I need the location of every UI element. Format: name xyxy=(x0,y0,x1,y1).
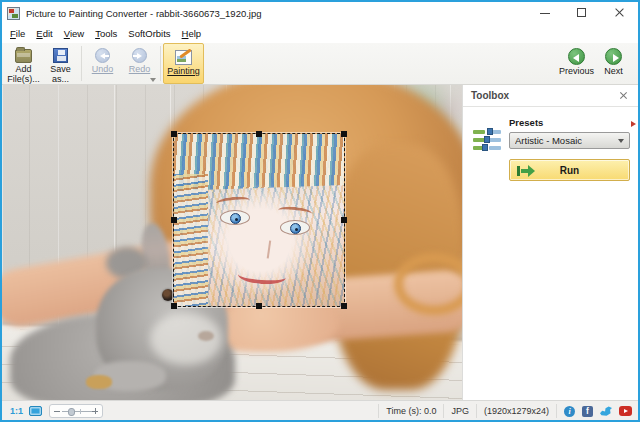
title-bar: Picture to Painting Converter - rabbit-3… xyxy=(2,2,638,24)
run-arrow-icon xyxy=(517,165,535,177)
menu-view[interactable]: View xyxy=(64,28,84,39)
info-icon[interactable]: i xyxy=(564,406,575,417)
content-area: Toolbox Presets Artistic - Mosaic xyxy=(2,85,638,400)
toolbar-separator xyxy=(81,46,82,81)
selection-handle-se[interactable] xyxy=(341,303,347,309)
toolbar: Add File(s)... Save as... Undo Redo Pain… xyxy=(2,43,638,85)
toolbar-separator xyxy=(160,46,161,81)
save-floppy-icon xyxy=(53,48,68,63)
menu-softorbits[interactable]: SoftOrbits xyxy=(128,28,170,39)
toolbox-close-icon[interactable] xyxy=(618,90,630,102)
selection-box[interactable] xyxy=(173,133,345,307)
time-status: Time (s): 0.0 xyxy=(386,406,436,416)
zoom-slider[interactable] xyxy=(49,404,103,418)
painting-button[interactable]: Painting xyxy=(163,43,204,84)
menu-tools[interactable]: Tools xyxy=(95,28,117,39)
next-button[interactable]: Next xyxy=(595,43,632,85)
presets-label: Presets xyxy=(509,117,630,128)
minimize-button[interactable] xyxy=(527,2,564,24)
zoom-slider-thumb[interactable] xyxy=(68,408,75,416)
selection-handle-e[interactable] xyxy=(341,217,347,223)
fit-to-window-icon[interactable] xyxy=(29,406,42,416)
selection-handle-ne[interactable] xyxy=(341,131,347,137)
toolbar-overflow-chevron-icon[interactable] xyxy=(150,78,156,82)
selection-handle-w[interactable] xyxy=(171,217,177,223)
add-files-button[interactable]: Add File(s)... xyxy=(5,43,42,84)
minimize-icon xyxy=(540,13,550,14)
menu-file[interactable]: File xyxy=(10,28,25,39)
redo-icon xyxy=(132,48,147,63)
app-icon[interactable] xyxy=(7,7,20,20)
painting-icon xyxy=(175,50,192,65)
panel-marker-icon xyxy=(631,121,636,127)
selection-handle-nw[interactable] xyxy=(171,131,177,137)
app-window: Picture to Painting Converter - rabbit-3… xyxy=(0,0,640,422)
previous-arrow-icon xyxy=(568,48,585,65)
toolbox-title: Toolbox xyxy=(471,90,618,101)
image-info-status: (1920x1279x24) xyxy=(484,406,549,416)
facebook-icon[interactable]: f xyxy=(582,406,593,417)
zoom-out-icon[interactable] xyxy=(54,411,60,412)
preset-selected-value: Artistic - Mosaic xyxy=(515,135,582,146)
menu-help[interactable]: Help xyxy=(182,28,202,39)
twitter-icon[interactable] xyxy=(600,406,612,416)
close-button[interactable] xyxy=(601,2,638,24)
chevron-down-icon xyxy=(618,139,624,143)
selection-handle-n[interactable] xyxy=(256,131,262,137)
toolbox-panel: Toolbox Presets Artistic - Mosaic xyxy=(462,85,638,400)
mosaic-left-eye xyxy=(220,210,250,225)
format-status: JPG xyxy=(451,406,469,416)
previous-button[interactable]: Previous xyxy=(558,43,595,85)
next-arrow-icon xyxy=(605,48,622,65)
selection-handle-s[interactable] xyxy=(256,303,262,309)
window-title: Picture to Painting Converter - rabbit-3… xyxy=(26,8,262,19)
preset-select[interactable]: Artistic - Mosaic xyxy=(509,132,630,149)
menu-edit[interactable]: Edit xyxy=(36,28,52,39)
mosaic-preview xyxy=(174,134,344,306)
add-files-folder-icon xyxy=(15,49,32,63)
undo-button[interactable]: Undo xyxy=(84,43,121,84)
presets-sliders-icon xyxy=(473,129,501,181)
mosaic-right-eye xyxy=(280,220,310,235)
rabbit-nose xyxy=(198,331,214,341)
zoom-ratio-label[interactable]: 1:1 xyxy=(10,406,23,416)
maximize-button[interactable] xyxy=(564,2,601,24)
selection-handle-sw[interactable] xyxy=(171,303,177,309)
run-button[interactable]: Run xyxy=(509,159,630,181)
rabbit-paw-tan xyxy=(86,375,112,389)
photo-canvas[interactable] xyxy=(2,85,462,400)
menu-bar: File Edit View Tools SoftOrbits Help xyxy=(2,24,638,43)
maximize-icon xyxy=(577,8,586,17)
undo-icon xyxy=(95,48,110,63)
save-as-button[interactable]: Save as... xyxy=(42,43,79,84)
youtube-icon[interactable] xyxy=(619,406,632,416)
status-bar: 1:1 Time (s): 0.0 JPG (1920x1279x24) i f xyxy=(2,400,638,420)
